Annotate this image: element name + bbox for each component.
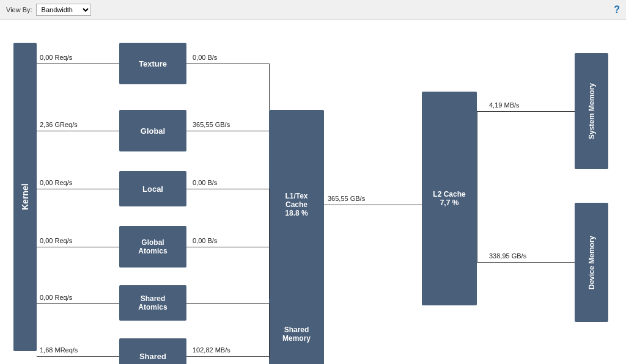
line-global-l1 [186, 131, 269, 131]
shared-atomics-block: Shared Atomics [119, 285, 186, 321]
local-out-label: 0,00 B/s [193, 179, 217, 186]
line-l1-l2 [324, 205, 422, 205]
line-kernel-globalatomics [37, 247, 119, 247]
l2-cache-block: L2 Cache 7,7 % [422, 92, 477, 305]
shared-block: Shared [119, 338, 186, 364]
line-sharedatomics-sharedmem [186, 303, 269, 304]
l2-to-system-label: 4,19 MB/s [489, 101, 520, 109]
l2-to-device-label: 338,95 GB/s [489, 252, 526, 260]
line-l2-device [477, 262, 575, 263]
line-texture-l1 [186, 64, 269, 64]
global-in-label: 2,36 GReq/s [40, 121, 78, 128]
view-by-dropdown[interactable]: Bandwidth Transactions [36, 4, 91, 16]
view-by-label: View By: [6, 6, 32, 13]
local-in-label: 0,00 Req/s [40, 179, 72, 186]
line-kernel-texture [37, 64, 119, 64]
texture-out-label: 0,00 B/s [193, 54, 217, 61]
line-kernel-local [37, 189, 119, 189]
shared-in-label: 1,68 MReq/s [40, 346, 78, 354]
line-local-l1 [186, 189, 269, 189]
texture-block: Texture [119, 43, 186, 84]
line-v-l2-up [477, 111, 477, 205]
shared-memory-block: Shared Memory [269, 297, 324, 364]
line-v-sharedmem [269, 303, 270, 359]
line-kernel-sharedatomics [37, 303, 119, 304]
l1-to-l2-label: 365,55 GB/s [328, 195, 365, 202]
global-atomics-block: Global Atomics [119, 226, 186, 268]
line-v-bottom-l1 [269, 189, 270, 299]
l1-tex-cache-block: L1/Tex Cache 18.8 % [269, 110, 324, 299]
line-shared-sharedmem [186, 356, 269, 357]
shared-atomics-in-label: 0,00 Req/s [40, 294, 72, 301]
device-memory-block: Device Memory [575, 203, 608, 322]
line-kernel-global [37, 131, 119, 131]
shared-out-label: 102,82 MB/s [193, 346, 230, 354]
system-memory-block: System Memory [575, 53, 608, 169]
diagram-area: Kernel Texture Global Local Global Atomi… [0, 20, 626, 364]
global-out-label: 365,55 GB/s [193, 121, 230, 128]
local-block: Local [119, 171, 186, 206]
line-globalatomics-l1 [186, 247, 269, 247]
global-atomics-out-label: 0,00 B/s [193, 237, 217, 244]
line-kernel-shared [37, 356, 119, 357]
global-block: Global [119, 110, 186, 151]
kernel-block: Kernel [13, 43, 37, 351]
help-icon[interactable]: ? [614, 4, 620, 15]
line-l2-system [477, 111, 575, 112]
global-atomics-in-label: 0,00 Req/s [40, 237, 72, 244]
line-v-l2-down [477, 205, 477, 262]
texture-in-label: 0,00 Req/s [40, 54, 72, 61]
line-v-top-l1 [269, 64, 270, 110]
